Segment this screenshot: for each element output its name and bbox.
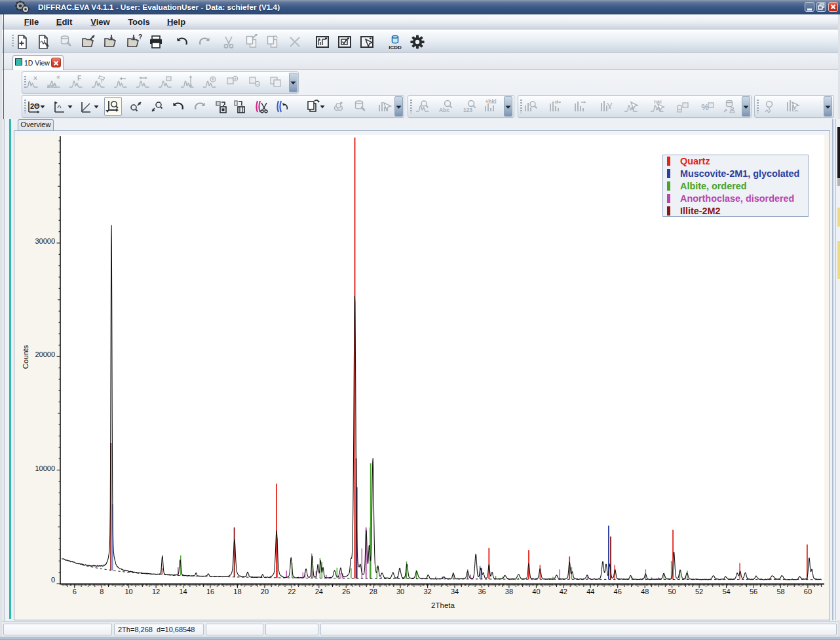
svg-text:44: 44 <box>586 588 594 595</box>
svg-text:6: 6 <box>73 588 77 595</box>
svg-text:60: 60 <box>804 588 812 595</box>
svg-text:48: 48 <box>641 588 649 595</box>
svg-text:56: 56 <box>750 588 757 595</box>
svg-text:2Theta: 2Theta <box>431 601 455 609</box>
svg-text:38: 38 <box>505 588 513 595</box>
svg-text:12: 12 <box>152 588 160 595</box>
svg-text:52: 52 <box>695 588 703 595</box>
svg-text:46: 46 <box>614 588 622 595</box>
svg-text:20000: 20000 <box>35 350 55 358</box>
svg-text:8: 8 <box>100 588 104 595</box>
svg-text:42: 42 <box>560 588 567 595</box>
svg-text:10000: 10000 <box>35 464 55 472</box>
svg-text:24: 24 <box>315 588 323 595</box>
svg-text:16: 16 <box>206 588 214 595</box>
svg-text:Counts: Counts <box>22 345 29 369</box>
svg-text:30000: 30000 <box>35 237 55 245</box>
svg-text:10: 10 <box>124 588 132 595</box>
svg-text:54: 54 <box>722 588 730 595</box>
svg-text:58: 58 <box>776 588 784 595</box>
svg-text:34: 34 <box>451 588 459 595</box>
svg-text:28: 28 <box>370 588 377 595</box>
svg-text:40: 40 <box>532 588 540 595</box>
svg-text:22: 22 <box>288 588 296 595</box>
svg-text:30: 30 <box>396 588 404 595</box>
svg-text:36: 36 <box>478 588 486 595</box>
svg-text:14: 14 <box>179 588 187 595</box>
svg-text:0: 0 <box>51 576 55 584</box>
svg-text:20: 20 <box>261 588 269 595</box>
svg-text:50: 50 <box>668 588 676 595</box>
svg-text:32: 32 <box>423 588 431 595</box>
svg-text:26: 26 <box>342 588 350 595</box>
svg-text:18: 18 <box>233 588 241 595</box>
